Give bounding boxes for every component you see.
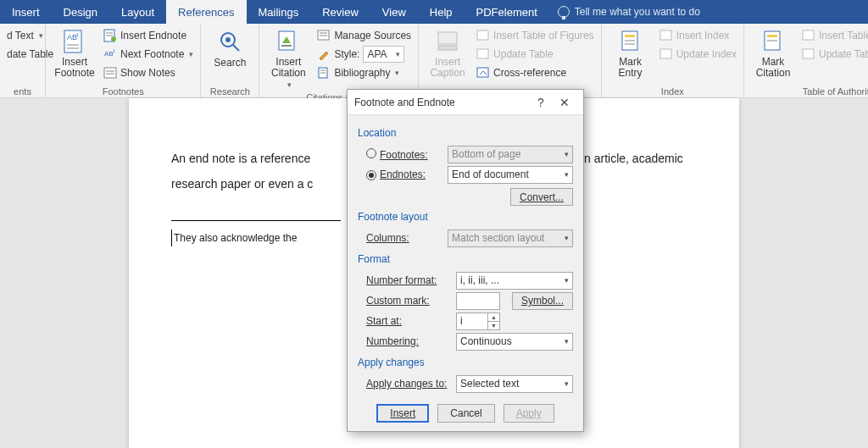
bibliography-icon <box>317 66 331 80</box>
number-format-combo[interactable]: i, ii, iii, ...▾ <box>456 272 573 290</box>
update-toa-button[interactable]: Update Table <box>800 45 868 64</box>
next-footnote-button[interactable]: AB1 Next Footnote▾ <box>102 45 195 64</box>
columns-combo: Match section layout▾ <box>448 230 573 247</box>
group-label-footnotes: Footnotes <box>51 85 195 97</box>
tab-references[interactable]: References <box>166 0 246 24</box>
next-footnote-icon: AB1 <box>103 47 117 61</box>
endnotes-location-combo[interactable]: End of document▾ <box>448 166 573 184</box>
label-start-at: Start at: <box>358 315 451 327</box>
radio-endnotes[interactable]: Endnotes: <box>358 169 442 180</box>
group-footnotes: AB1 Insert Footnote Insert Endnote AB1 N… <box>46 24 201 97</box>
dialog-title: Footnote and Endnote <box>354 97 529 108</box>
show-notes-button[interactable]: Show Notes <box>102 64 195 82</box>
spin-down-icon[interactable]: ▼ <box>487 322 499 329</box>
tab-insert[interactable]: Insert <box>0 0 52 24</box>
footnote-endnote-dialog: Footnote and Endnote ? ✕ Location Footno… <box>347 89 584 432</box>
spin-up-icon[interactable]: ▲ <box>487 313 499 322</box>
section-footnote-layout: Footnote layout <box>358 211 573 223</box>
insert-toa-icon <box>802 29 815 42</box>
svg-line-15 <box>233 45 239 51</box>
tab-mailings[interactable]: Mailings <box>247 0 311 24</box>
radio-icon <box>366 148 376 158</box>
cancel-button[interactable]: Cancel <box>437 404 494 423</box>
svg-rect-29 <box>477 68 488 77</box>
citation-icon <box>275 28 302 55</box>
symbol-button[interactable]: Symbol... <box>512 292 573 310</box>
dialog-help-button[interactable]: ? <box>529 96 553 109</box>
radio-footnotes[interactable]: Footnotes: <box>358 148 442 161</box>
footnote-separator <box>171 220 341 221</box>
dialog-close-button[interactable]: ✕ <box>553 96 576 109</box>
mark-citation-button[interactable]: Mark Citation <box>749 26 797 80</box>
bibliography-button[interactable]: Bibliography▾ <box>315 64 413 82</box>
svg-rect-35 <box>660 49 671 58</box>
label-columns: Columns: <box>358 232 442 244</box>
convert-button[interactable]: Convert... <box>510 188 573 206</box>
svg-rect-40 <box>803 49 814 58</box>
update-icon <box>476 47 490 61</box>
custom-mark-input[interactable] <box>456 292 500 310</box>
group-citations: Insert Citation▾ Manage Sources Style: A… <box>259 24 419 97</box>
insert-caption-button[interactable]: Insert Caption <box>424 26 471 80</box>
update-index-button[interactable]: Update Index <box>658 45 738 64</box>
tell-me-search[interactable]: Tell me what you want to do <box>558 0 700 24</box>
ribbon: d Text▾ date Table ents AB1 Insert Footn… <box>0 24 868 98</box>
mark-entry-button[interactable]: Mark Entry <box>607 26 654 80</box>
group-index: Mark Entry Insert Index Update Index Ind… <box>602 24 744 97</box>
endnote-icon <box>103 29 117 42</box>
radio-icon <box>366 170 376 180</box>
tell-me-label: Tell me what you want to do <box>575 6 700 18</box>
manage-sources-button[interactable]: Manage Sources <box>315 26 413 45</box>
update-index-icon <box>659 47 673 61</box>
tab-design[interactable]: Design <box>52 0 109 24</box>
tab-help[interactable]: Help <box>418 0 465 24</box>
group-research: Search Research <box>201 24 259 97</box>
search-icon <box>216 28 243 55</box>
numbering-combo[interactable]: Continuous▾ <box>456 333 573 351</box>
tab-layout[interactable]: Layout <box>109 0 166 24</box>
insert-endnote-button[interactable]: Insert Endnote <box>102 26 195 45</box>
cross-reference-button[interactable]: Cross-reference <box>475 64 596 82</box>
tof-icon <box>476 29 490 42</box>
style-combo[interactable]: APA▾ <box>363 46 403 63</box>
mark-entry-icon <box>617 28 644 55</box>
search-button[interactable]: Search <box>206 26 253 70</box>
tab-review[interactable]: Review <box>310 0 370 24</box>
apply-button[interactable]: Apply <box>504 404 554 423</box>
group-toa: Mark Citation Insert Table of Authoritie… <box>744 24 868 97</box>
svg-point-16 <box>225 37 231 42</box>
insert-tof-button[interactable]: Insert Table of Figures <box>475 26 596 45</box>
manage-sources-icon <box>317 29 331 42</box>
group-label-toc: ents <box>5 85 40 97</box>
insert-footnote-button[interactable]: AB1 Insert Footnote <box>51 26 98 80</box>
style-selector[interactable]: Style: APA▾ <box>315 45 413 64</box>
crossref-icon <box>476 66 490 80</box>
group-label-toa: Table of Authorities <box>749 85 868 97</box>
svg-rect-28 <box>477 49 488 58</box>
group-captions: Insert Caption Insert Table of Figures U… <box>419 24 602 97</box>
svg-rect-25 <box>438 32 457 44</box>
svg-rect-27 <box>477 30 488 40</box>
footnote-icon: AB1 <box>61 28 88 55</box>
insert-index-button[interactable]: Insert Index <box>658 26 738 45</box>
update-toa-icon <box>802 47 815 61</box>
section-format: Format <box>358 253 573 265</box>
tab-view[interactable]: View <box>370 0 418 24</box>
apply-to-combo[interactable]: Selected text▾ <box>456 375 573 393</box>
show-notes-icon <box>103 66 117 80</box>
tab-pdfelement[interactable]: PDFelement <box>465 0 549 24</box>
lightbulb-icon <box>558 6 570 18</box>
insert-toa-button[interactable]: Insert Table of Authorities <box>800 26 868 45</box>
svg-rect-34 <box>660 30 671 40</box>
insert-button[interactable]: Insert <box>376 404 429 423</box>
label-number-format: Number format: <box>358 274 451 286</box>
insert-citation-button[interactable]: Insert Citation▾ <box>264 26 312 91</box>
svg-rect-11 <box>104 68 116 78</box>
label-numbering: Numbering: <box>358 335 451 347</box>
section-apply-changes: Apply changes <box>358 357 573 368</box>
dialog-titlebar[interactable]: Footnote and Endnote ? ✕ <box>348 90 583 115</box>
start-at-spinner[interactable]: i ▲▼ <box>456 312 500 330</box>
svg-rect-18 <box>281 45 292 47</box>
update-captions-table-button[interactable]: Update Table <box>475 45 596 64</box>
style-icon <box>317 47 331 61</box>
